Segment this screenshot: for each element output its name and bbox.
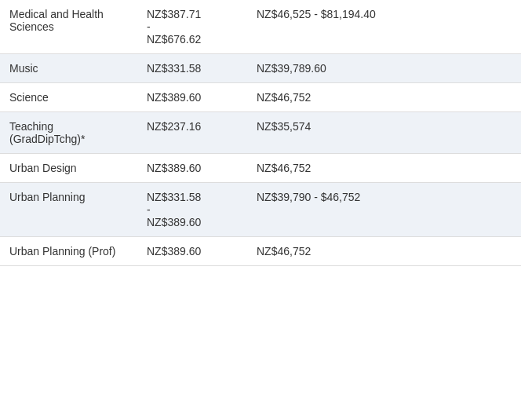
fee-cell: NZ$389.60 <box>137 83 247 112</box>
fee-cell: NZ$331.58 <box>137 54 247 83</box>
salary-cell: NZ$46,525 - $81,194.40 <box>247 0 521 54</box>
table-row: Urban PlanningNZ$331.58-NZ$389.60NZ$39,7… <box>0 183 521 237</box>
field-cell: Teaching (GradDipTchg)* <box>0 112 137 154</box>
fee-cell: NZ$237.16 <box>137 112 247 154</box>
table-row: Medical and Health SciencesNZ$387.71-NZ$… <box>0 0 521 54</box>
field-cell: Urban Planning (Prof) <box>0 237 137 266</box>
salary-cell: NZ$39,790 - $46,752 <box>247 183 521 237</box>
fee-cell: NZ$387.71-NZ$676.62 <box>137 0 247 54</box>
fee-cell: NZ$389.60 <box>137 237 247 266</box>
fees-table: Medical and Health SciencesNZ$387.71-NZ$… <box>0 0 521 266</box>
salary-cell: NZ$46,752 <box>247 237 521 266</box>
salary-cell: NZ$46,752 <box>247 83 521 112</box>
salary-cell: NZ$35,574 <box>247 112 521 154</box>
table-row: ScienceNZ$389.60NZ$46,752 <box>0 83 521 112</box>
fees-table-container: Medical and Health SciencesNZ$387.71-NZ$… <box>0 0 521 266</box>
salary-cell: NZ$39,789.60 <box>247 54 521 83</box>
table-row: Urban DesignNZ$389.60NZ$46,752 <box>0 154 521 183</box>
field-cell: Music <box>0 54 137 83</box>
table-row: Teaching (GradDipTchg)*NZ$237.16NZ$35,57… <box>0 112 521 154</box>
fee-cell: NZ$389.60 <box>137 154 247 183</box>
field-cell: Medical and Health Sciences <box>0 0 137 54</box>
field-cell: Urban Planning <box>0 183 137 237</box>
table-row: MusicNZ$331.58NZ$39,789.60 <box>0 54 521 83</box>
field-cell: Science <box>0 83 137 112</box>
salary-cell: NZ$46,752 <box>247 154 521 183</box>
field-cell: Urban Design <box>0 154 137 183</box>
table-row: Urban Planning (Prof)NZ$389.60NZ$46,752 <box>0 237 521 266</box>
fee-cell: NZ$331.58-NZ$389.60 <box>137 183 247 237</box>
